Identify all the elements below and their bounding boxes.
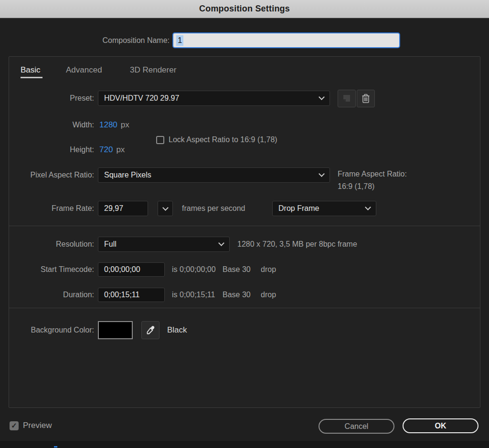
width-value[interactable]: 1280: [99, 120, 117, 129]
duration-converted: is 0;00;15;11: [172, 288, 215, 302]
background-color-swatch[interactable]: [98, 321, 133, 339]
cancel-button[interactable]: Cancel: [319, 419, 394, 434]
lock-aspect-row[interactable]: Lock Aspect Ratio to 16:9 (1,78): [156, 135, 277, 144]
resolution-dropdown[interactable]: Full: [98, 237, 230, 252]
start-timecode-base: Base 30: [223, 262, 251, 277]
tab-advanced[interactable]: Advanced: [66, 64, 102, 76]
trash-icon: [361, 94, 371, 104]
preset-label: Preset:: [0, 91, 94, 106]
save-preset-button[interactable]: [338, 90, 356, 107]
lock-aspect-checkbox[interactable]: [156, 136, 164, 144]
chevron-down-icon: [365, 204, 371, 210]
active-tab-underline: [21, 77, 43, 78]
dialog-titlebar: Composition Settings: [0, 0, 489, 18]
separator: [9, 226, 480, 226]
composition-name-value: 1: [176, 35, 183, 46]
start-timecode-value: 0;00;00;00: [104, 265, 140, 274]
start-timecode-input[interactable]: 0;00;00;00: [98, 262, 165, 277]
chevron-down-icon: [218, 240, 224, 246]
pixel-aspect-ratio-value: Square Pixels: [104, 171, 319, 179]
pixel-aspect-ratio-label: Pixel Aspect Ratio:: [0, 167, 94, 183]
frame-rate-input[interactable]: 29,97: [98, 201, 148, 216]
dialog-bottom-edge: [0, 441, 489, 448]
resolution-value: Full: [104, 240, 219, 249]
duration-drop: drop: [261, 288, 276, 302]
preview-row[interactable]: Preview: [10, 421, 52, 430]
frame-aspect-ratio-label: Frame Aspect Ratio:: [338, 170, 407, 178]
pixel-aspect-ratio-dropdown[interactable]: Square Pixels: [98, 167, 330, 183]
drop-frame-value: Drop Frame: [278, 204, 366, 213]
width-unit: px: [121, 120, 129, 129]
duration-base: Base 30: [223, 288, 251, 302]
preview-label: Preview: [23, 421, 52, 430]
eyedropper-icon: [145, 325, 156, 335]
frame-rate-value: 29,97: [104, 204, 123, 213]
frame-rate-dropdown-button[interactable]: [158, 201, 173, 216]
chevron-down-icon: [162, 205, 169, 211]
height-value-row: 720px: [99, 142, 125, 157]
eyedropper-button[interactable]: [141, 321, 159, 339]
separator: [9, 308, 480, 308]
background-app-accent: [54, 446, 57, 448]
chevron-down-icon: [319, 171, 325, 177]
lock-aspect-label: Lock Aspect Ratio to 16:9 (1,78): [169, 135, 277, 144]
tab-3d-renderer[interactable]: 3D Renderer: [130, 64, 176, 76]
height-unit: px: [116, 145, 125, 154]
composition-name-label: Composition Name:: [0, 32, 170, 48]
frame-rate-suffix: frames per second: [182, 201, 245, 216]
duration-value: 0;00;15;11: [104, 291, 139, 299]
ok-button[interactable]: OK: [403, 418, 478, 433]
duration-label: Duration:: [0, 288, 94, 302]
delete-preset-button[interactable]: [357, 90, 375, 107]
frame-rate-label: Frame Rate:: [0, 201, 94, 216]
resolution-label: Resolution:: [0, 237, 94, 252]
tab-basic[interactable]: Basic: [21, 64, 41, 76]
dialog-title: Composition Settings: [199, 4, 290, 14]
start-timecode-drop: drop: [261, 262, 276, 277]
height-label: Height:: [0, 142, 94, 157]
composition-name-input[interactable]: 1: [172, 32, 400, 48]
resolution-info: 1280 x 720, 3,5 MB per 8bpc frame: [237, 237, 357, 252]
drop-frame-dropdown[interactable]: Drop Frame: [272, 201, 376, 216]
preview-checkbox[interactable]: [10, 421, 19, 430]
preset-value: HDV/HDTV 720 29.97: [104, 94, 319, 103]
width-label: Width:: [0, 117, 94, 133]
frame-aspect-ratio-value: 16:9 (1,78): [338, 182, 374, 191]
settings-panel: [9, 56, 480, 408]
save-preset-icon: [342, 94, 351, 104]
chevron-down-icon: [319, 94, 325, 100]
width-value-row: 1280px: [99, 117, 129, 133]
duration-input[interactable]: 0;00;15;11: [98, 288, 165, 302]
start-timecode-label: Start Timecode:: [0, 262, 94, 277]
background-color-label: Background Color:: [0, 321, 94, 339]
height-value[interactable]: 720: [99, 145, 113, 154]
background-color-value: Black: [167, 321, 187, 339]
preset-dropdown[interactable]: HDV/HDTV 720 29.97: [98, 91, 330, 106]
start-timecode-converted: is 0;00;00;00: [172, 262, 216, 277]
